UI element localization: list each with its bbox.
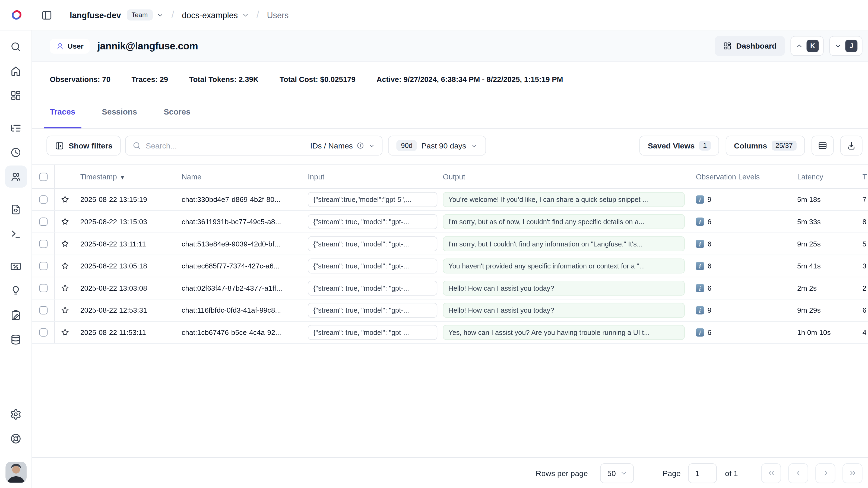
input-preview-chip[interactable]: {"stream": true, "model": "gpt-... bbox=[308, 325, 437, 340]
table-row[interactable]: 2025-08-22 11:53:11 chat:1cb67476-b5ce-4… bbox=[32, 322, 868, 344]
bookmark-star-icon[interactable] bbox=[60, 306, 69, 315]
previous-user-button[interactable]: K bbox=[790, 36, 824, 56]
header-tokens-clipped[interactable]: T bbox=[857, 172, 868, 181]
sidebar-item-support[interactable] bbox=[5, 427, 27, 450]
cell-tokens-clipped: 5 bbox=[857, 240, 868, 248]
sidebar-item-datasets[interactable] bbox=[5, 328, 27, 350]
row-star-cell bbox=[55, 328, 75, 337]
row-star-cell bbox=[55, 217, 75, 226]
saved-views-button[interactable]: Saved Views 1 bbox=[640, 136, 719, 155]
header-input[interactable]: Input bbox=[302, 172, 440, 181]
chevrons-right-icon bbox=[848, 469, 857, 477]
tab-scores[interactable]: Scores bbox=[158, 96, 197, 128]
clock-icon bbox=[10, 146, 22, 158]
row-checkbox[interactable] bbox=[39, 328, 48, 337]
row-checkbox[interactable] bbox=[39, 284, 48, 292]
input-preview-chip[interactable]: {"stream": true, "model": "gpt-... bbox=[308, 281, 437, 296]
sidebar-item-playground[interactable] bbox=[5, 222, 27, 245]
table-row[interactable]: 2025-08-22 13:11:11 chat:513e84e9-9039-4… bbox=[32, 233, 868, 255]
table-row[interactable]: 2025-08-22 13:15:03 chat:3611931b-bc77-4… bbox=[32, 211, 868, 233]
bookmark-star-icon[interactable] bbox=[60, 283, 69, 293]
header-observation-levels[interactable]: Observation Levels bbox=[689, 172, 792, 181]
info-level-icon: i bbox=[696, 240, 704, 248]
row-checkbox[interactable] bbox=[39, 218, 48, 226]
bookmark-star-icon[interactable] bbox=[60, 262, 69, 271]
input-preview-chip[interactable]: {"stream": true, "model": "gpt-... bbox=[308, 303, 437, 318]
bookmark-star-icon[interactable] bbox=[60, 239, 69, 249]
cell-timestamp: 2025-08-22 13:15:03 bbox=[75, 218, 176, 226]
input-preview-chip[interactable]: {"stream":true,"model":"gpt-5",... bbox=[308, 192, 437, 207]
table-row[interactable]: 2025-08-22 13:03:08 chat:02f63f47-87b2-4… bbox=[32, 277, 868, 300]
cell-timestamp: 2025-08-22 13:11:11 bbox=[75, 240, 176, 248]
level-count: 6 bbox=[707, 328, 711, 337]
breadcrumb-org[interactable]: langfuse-dev bbox=[70, 10, 121, 20]
output-preview-chip[interactable]: You haven't provided any specific inform… bbox=[443, 258, 685, 273]
row-checkbox[interactable] bbox=[39, 306, 48, 314]
next-user-button[interactable]: J bbox=[829, 36, 862, 56]
tab-sessions[interactable]: Sessions bbox=[96, 96, 143, 128]
sidebar-item-scores[interactable] bbox=[5, 255, 27, 277]
table-row[interactable]: 2025-08-22 12:53:31 chat:116fbfdc-0fd3-4… bbox=[32, 299, 868, 322]
output-preview-chip[interactable]: Hello! How can I assist you today? bbox=[443, 281, 685, 296]
sidebar-item-search[interactable] bbox=[5, 35, 27, 58]
page-number-input[interactable] bbox=[688, 463, 717, 483]
row-height-button[interactable] bbox=[811, 136, 834, 155]
output-preview-chip[interactable]: You’re welcome! If you’d like, I can sha… bbox=[443, 192, 685, 207]
next-page-button[interactable] bbox=[815, 463, 835, 483]
cell-timestamp: 2025-08-22 11:53:11 bbox=[75, 328, 176, 337]
output-preview-chip[interactable]: I'm sorry, but I couldn't find any infor… bbox=[443, 236, 685, 251]
breadcrumb-project[interactable]: docs-examples bbox=[182, 10, 238, 20]
header-output[interactable]: Output bbox=[440, 172, 689, 181]
cell-timestamp: 2025-08-22 13:05:18 bbox=[75, 262, 176, 270]
search-scope-dropdown[interactable]: IDs / Names bbox=[310, 141, 376, 150]
table-row[interactable]: 2025-08-22 13:05:18 chat:ec685f77-7374-4… bbox=[32, 255, 868, 277]
row-checkbox[interactable] bbox=[39, 195, 48, 204]
breadcrumb-page: Users bbox=[267, 10, 289, 20]
header-timestamp[interactable]: Timestamp▼ bbox=[75, 172, 176, 181]
header-latency[interactable]: Latency bbox=[792, 172, 857, 181]
bookmark-star-icon[interactable] bbox=[60, 195, 69, 204]
sidebar-item-annotation[interactable] bbox=[5, 304, 27, 326]
row-checkbox[interactable] bbox=[39, 240, 48, 248]
output-preview-chip[interactable]: Hello! How can I assist you today? bbox=[443, 303, 685, 318]
columns-button[interactable]: Columns 25/37 bbox=[725, 136, 805, 155]
sidebar-item-evaluation[interactable] bbox=[5, 279, 27, 302]
database-icon bbox=[10, 334, 22, 345]
lightbulb-icon bbox=[10, 285, 22, 296]
output-preview-chip[interactable]: I'm sorry, but as of now, I couldn't fin… bbox=[443, 214, 685, 229]
bookmark-star-icon[interactable] bbox=[60, 217, 69, 226]
sidebar-item-sessions[interactable] bbox=[5, 141, 27, 163]
output-preview-chip[interactable]: Yes, how can I assist you? Are you havin… bbox=[443, 325, 685, 340]
input-preview-chip[interactable]: {"stream": true, "model": "gpt-... bbox=[308, 258, 437, 273]
input-preview-chip[interactable]: {"stream": true, "model": "gpt-... bbox=[308, 236, 437, 251]
level-count: 9 bbox=[707, 195, 711, 204]
chevron-down-icon[interactable] bbox=[157, 11, 164, 19]
table-row[interactable]: 2025-08-22 13:15:19 chat:330bd4e7-d869-4… bbox=[32, 189, 868, 211]
sidebar-item-dashboards[interactable] bbox=[5, 84, 27, 106]
sidebar-toggle-button[interactable] bbox=[37, 5, 57, 25]
header-name[interactable]: Name bbox=[176, 172, 302, 181]
select-all-checkbox[interactable] bbox=[39, 172, 48, 181]
chevron-down-icon[interactable] bbox=[242, 11, 249, 19]
sidebar-item-prompts[interactable] bbox=[5, 198, 27, 220]
bookmark-star-icon[interactable] bbox=[60, 328, 69, 337]
show-filters-button[interactable]: Show filters bbox=[46, 136, 121, 155]
dashboard-button[interactable]: Dashboard bbox=[715, 36, 785, 56]
user-avatar[interactable] bbox=[5, 462, 26, 483]
tab-traces[interactable]: Traces bbox=[44, 96, 82, 128]
cell-latency: 5m 18s bbox=[792, 195, 857, 204]
sidebar-item-users[interactable] bbox=[5, 165, 27, 188]
export-button[interactable] bbox=[840, 136, 863, 155]
search-input[interactable] bbox=[146, 141, 306, 150]
time-range-button[interactable]: 90d Past 90 days bbox=[388, 136, 486, 155]
cell-observation-levels: i 6 bbox=[689, 262, 792, 270]
sidebar-item-tracing[interactable] bbox=[5, 117, 27, 139]
previous-page-button[interactable] bbox=[788, 463, 808, 483]
sidebar-item-settings[interactable] bbox=[5, 403, 27, 425]
rows-per-page-select[interactable]: 50 bbox=[600, 463, 634, 483]
row-checkbox[interactable] bbox=[39, 262, 48, 270]
input-preview-chip[interactable]: {"stream": true, "model": "gpt-... bbox=[308, 214, 437, 229]
first-page-button[interactable] bbox=[761, 463, 781, 483]
last-page-button[interactable] bbox=[842, 463, 862, 483]
sidebar-item-home[interactable] bbox=[5, 60, 27, 82]
